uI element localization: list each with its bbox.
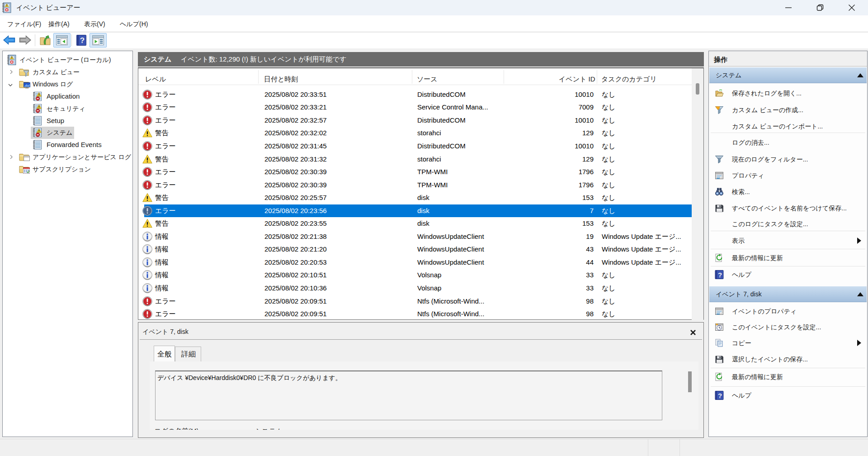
svg-text:?: ? (80, 36, 85, 45)
